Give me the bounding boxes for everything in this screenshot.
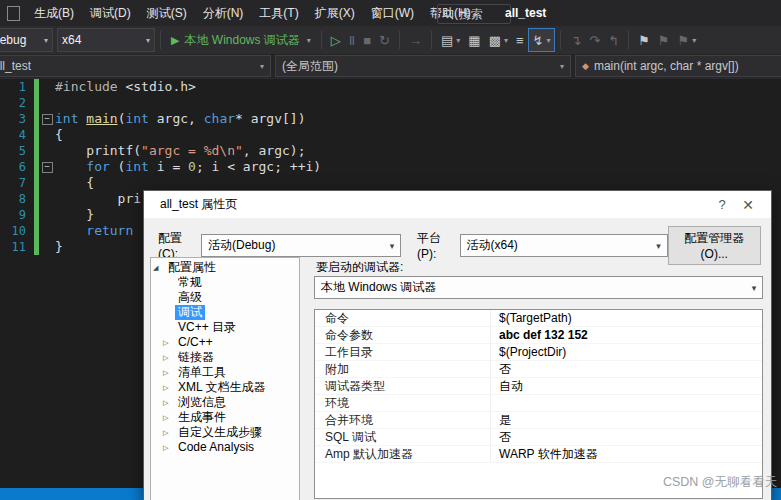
tree-item[interactable]: 常规 (151, 275, 299, 290)
property-row[interactable]: 命令$(TargetPath) (315, 310, 762, 327)
window-layout-icon[interactable]: ▤▾ (437, 29, 464, 51)
dialog-configuration-dropdown[interactable]: 活动(Debug) ▾ (201, 234, 401, 257)
collapse-icon[interactable]: − (42, 162, 53, 173)
watch-window-icon[interactable]: ▦ (464, 29, 484, 51)
menu-item[interactable]: 扩展(X) (307, 0, 363, 26)
toggle-bookmark-icon[interactable]: ⚑ (634, 29, 654, 51)
property-value[interactable] (491, 395, 762, 411)
tree-item[interactable]: ▷Code Analysis (151, 440, 299, 455)
tree-item[interactable]: ◢配置属性 (151, 260, 299, 275)
platform-dropdown[interactable]: x64 ▾ (57, 28, 155, 52)
property-row[interactable]: SQL 调试否 (315, 429, 762, 446)
menu-item[interactable]: 工具(T) (251, 0, 306, 26)
debugger-dropdown[interactable]: 本地 Windows 调试器 ▾ (314, 276, 763, 299)
property-value[interactable]: 自动 (491, 378, 762, 394)
dialog-platform-dropdown[interactable]: 活动(x64) ▾ (460, 234, 668, 257)
property-row[interactable]: 调试器类型自动 (315, 378, 762, 395)
output-window-icon: ≡ (516, 33, 524, 48)
chevron-down-icon: ▾ (307, 36, 311, 45)
menu-item[interactable]: 测试(S) (139, 0, 195, 26)
step-out-icon[interactable]: ↰ (604, 29, 623, 51)
next-bookmark-icon[interactable]: ⚑▾ (673, 29, 700, 51)
property-row[interactable]: 命令参数abc def 132 152 (315, 327, 762, 344)
property-row[interactable]: 环境 (315, 395, 762, 412)
menu-item[interactable]: 窗口(W) (363, 0, 422, 26)
fold-margin[interactable]: − (39, 159, 55, 175)
menu-item[interactable]: 分析(N) (195, 0, 252, 26)
chevron-down-icon: ▾ (254, 62, 264, 71)
property-value[interactable]: 是 (491, 412, 762, 428)
property-row[interactable]: Amp 默认加速器WARP 软件加速器 (315, 446, 762, 463)
diagnostics-icon[interactable]: ▩▾ (485, 29, 512, 51)
tree-item[interactable]: ▷链接器 (151, 350, 299, 365)
property-name: 附加 (315, 361, 491, 377)
tab-label: all_test (0, 59, 31, 73)
show-next-statement-icon[interactable]: → (405, 29, 426, 51)
step-into-icon: ↴ (570, 33, 581, 48)
hot-reload-icon[interactable]: ↯▾ (528, 28, 556, 52)
start-without-debugging-icon[interactable]: ▷ (327, 29, 345, 51)
tree-item[interactable]: 调试 (151, 305, 299, 320)
code-line: 7 { (0, 175, 781, 191)
break-all-icon[interactable]: Ⅱ (345, 29, 359, 51)
expander-icon[interactable]: ▷ (151, 380, 175, 395)
fold-margin (39, 175, 55, 191)
tree-item[interactable]: ▷清单工具 (151, 365, 299, 380)
restart-icon[interactable]: ↻ (375, 29, 394, 51)
fold-margin (39, 79, 55, 95)
property-value[interactable]: abc def 132 152 (491, 327, 762, 343)
property-row[interactable]: 合并环境是 (315, 412, 762, 429)
dialog-title-bar[interactable]: all_test 属性页 ? ✕ (144, 191, 771, 218)
property-value[interactable]: 否 (491, 429, 762, 445)
fold-margin[interactable]: − (39, 111, 55, 127)
line-number: 6 (0, 159, 26, 175)
prev-bookmark-icon[interactable]: ⚑ (654, 29, 674, 51)
tree-item[interactable]: 高级 (151, 290, 299, 305)
menu-items: 生成(B)调试(D)测试(S)分析(N)工具(T)扩展(X)窗口(W)帮助(H) (26, 0, 479, 26)
expander-icon[interactable]: ◢ (151, 260, 165, 275)
tree-item[interactable]: VC++ 目录 (151, 320, 299, 335)
tree-item[interactable]: ▷自定义生成步骤 (151, 425, 299, 440)
close-button[interactable]: ✕ (735, 197, 761, 213)
expander-icon[interactable]: ▷ (151, 395, 175, 410)
configuration-dropdown[interactable]: Debug ▾ (0, 28, 53, 52)
tree-item-label: 链接器 (175, 350, 217, 365)
property-grid[interactable]: 命令$(TargetPath)命令参数abc def 132 152工作目录$(… (314, 309, 763, 499)
expander-icon[interactable]: ▷ (151, 410, 175, 425)
start-debugging-button[interactable]: ▶ 本地 Windows 调试器 ▾ (166, 29, 316, 51)
tree-item[interactable]: ▷浏览信息 (151, 395, 299, 410)
property-row[interactable]: 附加否 (315, 361, 762, 378)
output-window-icon[interactable]: ≡ (512, 29, 528, 51)
step-into-icon[interactable]: ↴ (566, 29, 585, 51)
property-value[interactable]: WARP 软件加速器 (491, 446, 762, 462)
collapse-icon[interactable]: − (42, 114, 53, 125)
stop-debugging-icon[interactable]: ■ (359, 29, 375, 51)
menu-item[interactable]: 生成(B) (26, 0, 82, 26)
expander-icon[interactable]: ▷ (151, 365, 175, 380)
property-row[interactable]: 工作目录$(ProjectDir) (315, 344, 762, 361)
code-text: pri (55, 191, 141, 207)
toolbar-separator (431, 31, 432, 49)
property-value[interactable]: 否 (491, 361, 762, 377)
help-button[interactable]: ? (709, 197, 735, 212)
tree-item[interactable]: ▷生成事件 (151, 410, 299, 425)
tree-item[interactable]: ▷XML 文档生成器 (151, 380, 299, 395)
property-value[interactable]: $(ProjectDir) (491, 344, 762, 360)
document-tab[interactable]: all_test ▾ (0, 55, 271, 77)
tree-item[interactable]: ▷C/C++ (151, 335, 299, 350)
expander-icon[interactable]: ▷ (151, 440, 175, 455)
tree-item-label: 高级 (175, 290, 205, 305)
expander-icon[interactable]: ▷ (151, 335, 175, 350)
expander-icon[interactable]: ▷ (151, 350, 175, 365)
search-box[interactable]: 搜索 (437, 4, 511, 24)
step-over-icon[interactable]: ↷ (585, 29, 604, 51)
code-text: printf("argc = %d\n", argc); (55, 143, 305, 159)
settings-tree[interactable]: ◢配置属性常规高级调试VC++ 目录▷C/C++▷链接器▷清单工具▷XML 文档… (150, 257, 300, 500)
member-dropdown[interactable]: ◆ main(int argc, char * argv[]) ▾ (575, 55, 781, 77)
step-out-icon: ↰ (608, 33, 619, 48)
expander-icon[interactable]: ▷ (151, 425, 175, 440)
debugger-to-launch-label: 要启动的调试器: (316, 259, 403, 276)
menu-item[interactable]: 调试(D) (82, 0, 139, 26)
property-value[interactable]: $(TargetPath) (491, 310, 762, 326)
scope-dropdown[interactable]: (全局范围) ▾ (275, 55, 571, 77)
